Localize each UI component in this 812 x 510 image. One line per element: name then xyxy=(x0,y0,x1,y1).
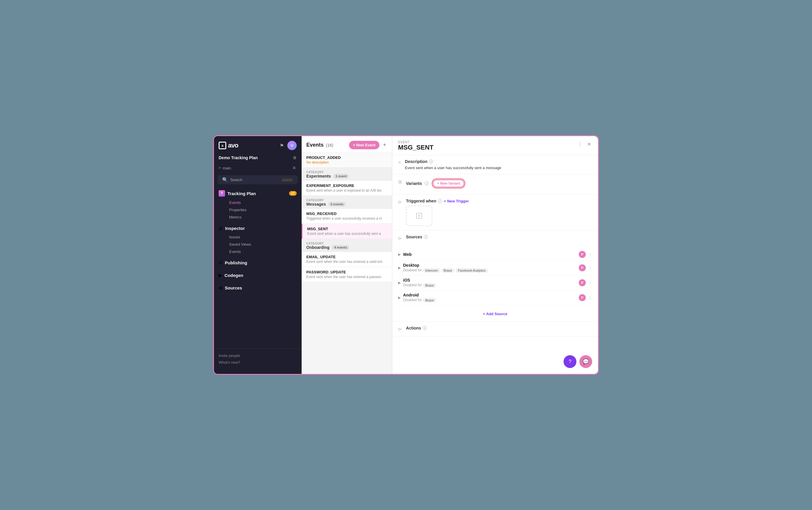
event-detail-panel: Event MSG_SENT ⋮ ✕ ≡ Description i Event… xyxy=(392,136,598,374)
actions-info-icon[interactable]: i xyxy=(423,326,427,330)
variants-info-icon[interactable]: i xyxy=(425,181,429,185)
category-messages: CATEGORY Messages 2 events MSG_RECEIVED … xyxy=(302,196,392,239)
source-desktop-disabled-label: Disabled for xyxy=(403,268,422,272)
trigger-icon: ⊳ xyxy=(398,199,402,205)
branch-menu-icon[interactable]: ≡ xyxy=(292,164,297,172)
invite-people-link[interactable]: Invite people xyxy=(219,352,297,359)
publishing-label: Publishing xyxy=(225,260,297,265)
list-item[interactable]: MSG_RECEIVED Triggered when a user succe… xyxy=(302,209,392,224)
list-item[interactable]: EXPERIMENT_EXPOSURE Event sent when a us… xyxy=(302,181,392,196)
source-desktop-expand[interactable]: ▶ xyxy=(398,266,401,270)
sidebar-item-tracking-plan[interactable]: T Tracking Plan 17 xyxy=(214,188,301,199)
source-ios-expand[interactable]: ▶ xyxy=(398,281,401,285)
add-event-plus-button[interactable]: + xyxy=(382,141,387,149)
tracking-plan-label: Tracking Plan xyxy=(227,191,287,196)
events-title: Events xyxy=(306,142,324,148)
event-desc: No description xyxy=(306,160,387,164)
inspector-sub-nav: Issues Saved Views Events xyxy=(214,233,301,255)
source-ios-disabled-label: Disabled for xyxy=(403,283,422,287)
logo-text: avo xyxy=(228,142,238,149)
source-ios-info: iOS Disabled for Braze xyxy=(403,278,579,288)
source-android-info: Android Disabled for Braze xyxy=(403,293,579,303)
source-desktop-badge: P xyxy=(579,264,586,271)
list-item-selected[interactable]: MSG_SENT Event sent when a user has succ… xyxy=(302,224,392,239)
inspector-icon: ◎ xyxy=(219,226,223,231)
actions-icon: ⊳ xyxy=(398,326,402,332)
category-name: Experiments 1 event xyxy=(306,174,387,178)
description-text: Event sent when a user has successfully … xyxy=(405,166,592,170)
sidebar-item-metrics[interactable]: Metrics xyxy=(225,213,301,221)
description-info-icon[interactable]: i xyxy=(429,159,433,163)
sources-info-icon[interactable]: i xyxy=(424,235,428,239)
search-row[interactable]: 🔍 Search cmd+k xyxy=(218,175,298,184)
category-count: 2 events xyxy=(328,202,346,207)
event-detail-body: ≡ Description i Event sent when a user h… xyxy=(392,155,598,374)
sidebar-footer: Invite people What's new? xyxy=(214,349,301,369)
logo-box: a xyxy=(219,142,226,149)
event-title-group: Event MSG_SENT xyxy=(398,140,433,151)
event-desc: Triggered when a user successfully recei… xyxy=(306,216,387,220)
events-panel: Events (16) + New Event + PRODUCT_ADDED … xyxy=(302,136,392,374)
source-web-more-icon[interactable]: ⋮ xyxy=(588,252,592,257)
events-count: (16) xyxy=(326,143,333,148)
source-item-web: ▶ Web P ⋮ xyxy=(398,248,592,261)
sources-header-row: ⊳ Sources i xyxy=(398,235,592,241)
whats-new-link[interactable]: What's new? xyxy=(219,359,297,366)
new-variant-btn-wrapper: + New Variant xyxy=(432,178,465,188)
category-header: CATEGORY Messages 2 events xyxy=(302,196,392,209)
sidebar-item-sources[interactable]: ⊕ Sources xyxy=(214,283,301,293)
settings-icon[interactable]: ⚙ xyxy=(293,155,297,160)
codegen-section: ▶ Codegen xyxy=(214,269,301,281)
source-android-more-icon[interactable]: ⋮ xyxy=(588,295,592,300)
event-name: EMAIL_UPDATE xyxy=(306,255,387,259)
flag-icon[interactable]: ⚑ xyxy=(279,142,285,150)
add-source-button[interactable]: + Add Source xyxy=(398,309,592,317)
sources-list: ▶ Web P ⋮ ▶ Desktop xyxy=(398,248,592,305)
source-android-disabled-label: Disabled for xyxy=(403,298,422,302)
sidebar-item-issues[interactable]: Issues xyxy=(225,233,301,241)
new-event-button[interactable]: + New Event xyxy=(349,141,380,149)
list-item[interactable]: PRODUCT_ADDED No description xyxy=(302,152,392,168)
avatar[interactable]: U xyxy=(287,141,297,150)
sidebar-item-inspector-events[interactable]: Events xyxy=(225,248,301,255)
sidebar-item-saved-views[interactable]: Saved Views xyxy=(225,241,301,248)
sidebar-header-icons: ⚑ U xyxy=(279,141,297,150)
trigger-info-icon[interactable]: i xyxy=(438,199,442,203)
source-ios-actions: P ⋮ xyxy=(579,279,592,286)
sources-title: Sources i xyxy=(406,235,428,239)
actions-content: Actions i xyxy=(406,326,592,332)
sidebar-item-codegen[interactable]: ▶ Codegen xyxy=(214,270,301,280)
sidebar-item-properties[interactable]: Properties xyxy=(225,206,301,213)
variants-row: Variants i + New Variant xyxy=(406,178,465,188)
sources-label: Sources xyxy=(225,286,297,290)
triggered-title: Triggered when i + New Trigger xyxy=(406,199,592,203)
event-name: EXPERIMENT_EXPOSURE xyxy=(306,183,387,188)
source-web-expand[interactable]: ▶ xyxy=(398,252,401,257)
new-variant-button[interactable]: + New Variant xyxy=(433,180,464,187)
new-trigger-button[interactable]: + New Trigger xyxy=(444,199,469,203)
sidebar-item-publishing[interactable]: ⊙ Publishing xyxy=(214,258,301,268)
source-desktop-disabled-row: Disabled for Intercom Braze Facebook Ana… xyxy=(403,268,579,273)
sidebar-item-inspector[interactable]: ◎ Inspector xyxy=(214,223,301,233)
category-count: 1 event xyxy=(333,174,349,178)
source-android-expand[interactable]: ▶ xyxy=(398,296,401,300)
more-options-icon[interactable]: ⋮ xyxy=(577,140,584,148)
category-label-text: CATEGORY xyxy=(306,242,387,245)
sidebar-item-events[interactable]: Events xyxy=(225,199,301,206)
chat-button[interactable]: 💬 xyxy=(579,355,592,368)
category-name: Onboarding 4 events xyxy=(306,245,387,250)
list-item[interactable]: PASSWORD_UPDATE Event sent when the user… xyxy=(302,267,392,282)
source-ios-name: iOS xyxy=(403,278,579,282)
help-button[interactable]: ? xyxy=(563,355,576,368)
source-ios-more-icon[interactable]: ⋮ xyxy=(588,280,592,285)
source-web-info: Web xyxy=(403,252,579,257)
event-name: MSG_RECEIVED xyxy=(306,211,387,216)
source-desktop-more-icon[interactable]: ⋮ xyxy=(588,266,592,270)
category-onboarding: CATEGORY Onboarding 4 events EMAIL_UPDAT… xyxy=(302,239,392,282)
source-item-android: ▶ Android Disabled for Braze P xyxy=(398,290,592,305)
list-item[interactable]: EMAIL_UPDATE Event sent when the user ha… xyxy=(302,252,392,267)
publishing-icon: ⊙ xyxy=(219,260,223,266)
close-icon[interactable]: ✕ xyxy=(586,140,592,148)
actions-title: Actions i xyxy=(406,326,592,330)
event-label: Event xyxy=(398,140,433,144)
